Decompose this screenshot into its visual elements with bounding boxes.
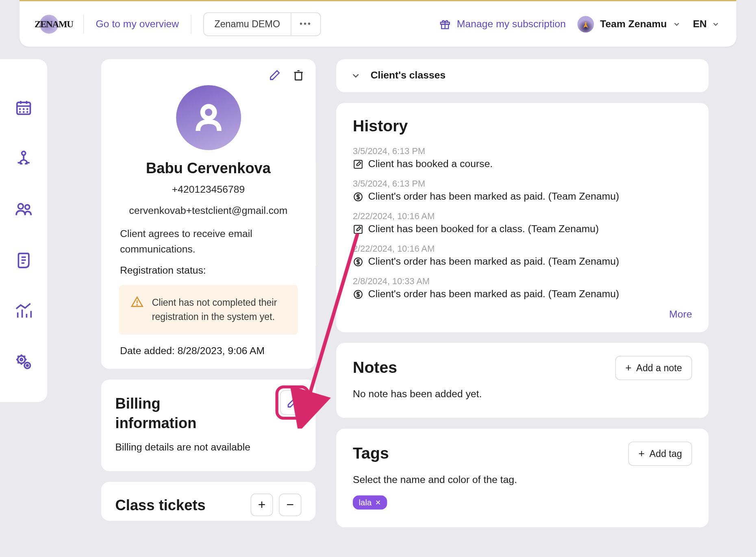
plus-icon: + — [625, 362, 631, 374]
history-row: Client's order has been marked as paid. … — [353, 191, 692, 203]
history-text: Client has booked a course. — [368, 159, 493, 170]
consent-text: Client agrees to receive email communica… — [117, 226, 299, 258]
history-text: Client's order has been marked as paid. … — [368, 289, 619, 300]
remove-ticket-button[interactable]: − — [279, 494, 301, 516]
warning-text: Client has not completed their registrat… — [152, 296, 286, 324]
tags-title: Tags — [353, 444, 389, 463]
divider — [191, 15, 191, 34]
svg-rect-38 — [354, 225, 362, 233]
notes-title: Notes — [353, 359, 397, 377]
logo-text: ZENAMU — [35, 19, 73, 29]
meditation-icon — [15, 150, 33, 168]
sidebar-item-calendar[interactable] — [11, 95, 37, 121]
chart-icon — [15, 302, 33, 320]
tags-card: Tags + Add tag Select the name and color… — [336, 429, 708, 527]
logo[interactable]: ZENAMU — [36, 12, 72, 36]
tag-label: lala — [359, 498, 372, 507]
warning-icon — [130, 296, 143, 309]
registration-warning: Client has not completed their registrat… — [119, 285, 298, 334]
language-label: EN — [693, 18, 707, 30]
status-label: Registration status: — [117, 265, 299, 276]
sidebar — [0, 59, 47, 402]
sidebar-item-yoga[interactable] — [11, 146, 37, 172]
more-icon[interactable]: ••• — [291, 13, 320, 35]
billing-card: Billing information Billing details are … — [101, 379, 316, 471]
edit-icon — [353, 224, 363, 235]
add-note-button[interactable]: + Add a note — [615, 356, 692, 380]
history-item: 2/8/2024, 10:33 AMClient's order has bee… — [353, 276, 692, 300]
svg-point-14 — [22, 151, 26, 155]
demo-button-label[interactable]: Zenamu DEMO — [204, 13, 291, 35]
edit-billing-button[interactable] — [280, 390, 305, 415]
overview-link[interactable]: Go to my overview — [96, 18, 179, 30]
people-icon — [15, 200, 33, 218]
dollar-icon — [353, 257, 363, 267]
svg-point-34 — [137, 305, 137, 305]
classes-title: Client's classes — [371, 70, 446, 82]
dollar-icon — [353, 289, 363, 300]
class-tickets-card: Class tickets + − — [101, 482, 316, 521]
calendar-icon — [15, 99, 33, 117]
demo-dropdown[interactable]: Zenamu DEMO ••• — [203, 12, 321, 36]
plus-icon: + — [639, 448, 645, 460]
edit-icon — [353, 159, 363, 170]
team-dropdown[interactable]: Team Zenamu — [578, 16, 681, 33]
history-item: 2/22/2024, 10:16 AMClient has been booke… — [353, 211, 692, 235]
add-note-label: Add a note — [636, 363, 682, 373]
svg-point-32 — [202, 107, 214, 118]
chevron-down-icon — [712, 20, 720, 28]
tags-hint: Select the name and color of the tag. — [353, 474, 692, 486]
history-row: Client has been booked for a class. (Tea… — [353, 224, 692, 235]
sidebar-item-settings[interactable] — [11, 349, 37, 375]
history-timestamp: 2/22/2024, 10:16 AM — [353, 244, 692, 254]
divider — [83, 15, 84, 34]
tickets-title: Class tickets — [115, 496, 206, 513]
manage-subscription-link[interactable]: Manage my subscription — [439, 18, 566, 30]
svg-point-16 — [25, 205, 30, 209]
history-title: History — [353, 117, 692, 135]
clients-classes-card[interactable]: Client's classes — [336, 59, 708, 92]
history-row: Client has booked a course. — [353, 159, 692, 170]
client-name: Babu Cervenkova — [117, 160, 299, 177]
top-nav: ZENAMU Go to my overview Zenamu DEMO •••… — [20, 0, 736, 47]
avatar — [176, 85, 241, 150]
history-item: 2/22/2024, 10:16 AMClient's order has be… — [353, 244, 692, 268]
history-timestamp: 2/22/2024, 10:16 AM — [353, 211, 692, 221]
chevron-down-icon — [673, 20, 681, 28]
svg-rect-36 — [354, 160, 362, 168]
client-email: cervenkovab+testclient@gmail.com — [117, 205, 299, 217]
language-dropdown[interactable]: EN — [693, 18, 720, 30]
svg-point-15 — [18, 204, 24, 209]
settings-icon — [15, 353, 33, 371]
subscription-label: Manage my subscription — [457, 18, 566, 30]
person-icon — [192, 102, 224, 134]
edit-icon — [286, 396, 299, 409]
delete-profile-icon[interactable] — [292, 69, 305, 82]
billing-empty-text: Billing details are not available — [115, 442, 302, 453]
notes-empty-text: No note has been added yet. — [353, 388, 692, 400]
history-row: Client's order has been marked as paid. … — [353, 256, 692, 268]
history-timestamp: 3/5/2024, 6:13 PM — [353, 146, 692, 156]
tag-chip[interactable]: lala✕ — [353, 495, 387, 509]
add-tag-button[interactable]: + Add tag — [628, 442, 692, 466]
tag-remove-icon[interactable]: ✕ — [375, 498, 381, 507]
chevron-down-icon — [350, 70, 361, 81]
edit-profile-icon[interactable] — [268, 69, 281, 82]
dollar-icon — [353, 191, 363, 202]
team-avatar-icon — [578, 16, 594, 33]
sidebar-item-clients[interactable] — [11, 196, 37, 222]
sidebar-item-documents[interactable] — [11, 247, 37, 273]
date-added: Date added: 8/28/2023, 9:06 AM — [117, 345, 299, 357]
history-timestamp: 3/5/2024, 6:13 PM — [353, 178, 692, 189]
client-phone: +420123456789 — [117, 184, 299, 196]
history-text: Client's order has been marked as paid. … — [368, 191, 619, 203]
history-text: Client's order has been marked as paid. … — [368, 256, 619, 268]
history-more-link[interactable]: More — [353, 309, 692, 320]
profile-card: Babu Cervenkova +420123456789 cervenkova… — [101, 59, 316, 368]
add-ticket-button[interactable]: + — [250, 494, 273, 516]
sidebar-item-analytics[interactable] — [11, 298, 37, 324]
history-item: 3/5/2024, 6:13 PMClient has booked a cou… — [353, 146, 692, 170]
history-item: 3/5/2024, 6:13 PMClient's order has been… — [353, 178, 692, 203]
history-text: Client has been booked for a class. (Tea… — [368, 224, 599, 235]
document-icon — [15, 251, 33, 269]
